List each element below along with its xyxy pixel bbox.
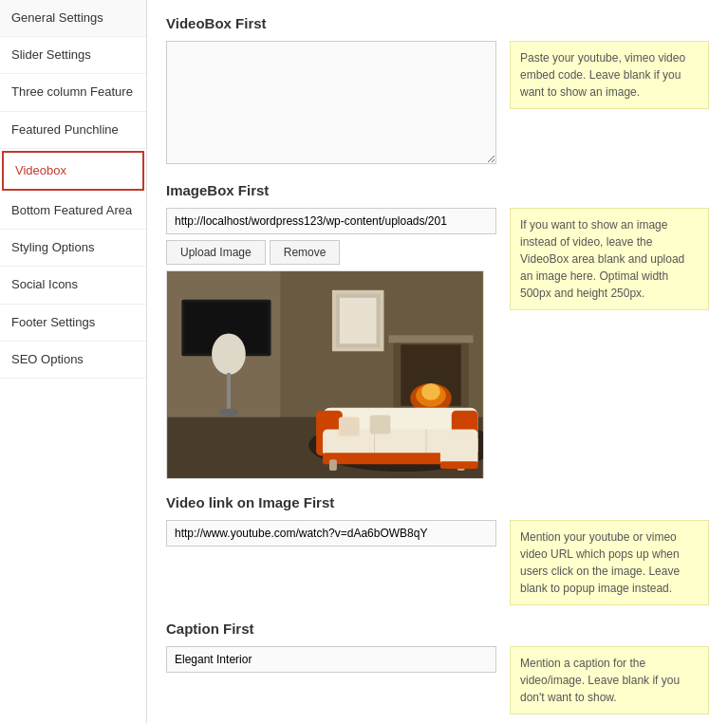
caption-first-row: Mention a caption for the video/image. L… <box>166 646 709 714</box>
sidebar-item-videobox[interactable]: Videobox <box>2 151 144 191</box>
videobox-first-row: Paste your youtube, vimeo video embed co… <box>166 41 709 167</box>
videobox-first-field <box>166 41 496 167</box>
image-preview-inner <box>167 271 483 478</box>
sidebar: General Settings Slider Settings Three c… <box>0 0 147 723</box>
svg-rect-11 <box>388 335 473 343</box>
svg-rect-27 <box>440 436 478 464</box>
sidebar-item-slider-settings[interactable]: Slider Settings <box>0 37 146 74</box>
imagebox-first-row: Upload Image Remove <box>166 208 709 479</box>
sidebar-item-seo-options[interactable]: SEO Options <box>0 342 146 379</box>
video-link-first-row: Mention your youtube or vimeo video URL … <box>166 520 709 605</box>
svg-rect-14 <box>340 298 377 344</box>
sidebar-item-general-settings[interactable]: General Settings <box>0 0 146 37</box>
sidebar-item-three-column-feature[interactable]: Three column Feature <box>0 74 146 111</box>
svg-rect-28 <box>440 461 478 469</box>
main-content: VideoBox First Paste your youtube, vimeo… <box>147 0 728 723</box>
videobox-first-title: VideoBox First <box>166 15 709 31</box>
caption-first-hint: Mention a caption for the video/image. L… <box>510 646 709 714</box>
upload-image-button[interactable]: Upload Image <box>166 240 266 265</box>
sidebar-item-featured-punchline[interactable]: Featured Punchline <box>0 112 146 149</box>
videobox-first-hint: Paste your youtube, vimeo video embed co… <box>510 41 709 109</box>
caption-first-title: Caption First <box>166 621 709 637</box>
sidebar-item-bottom-featured-area[interactable]: Bottom Featured Area <box>0 193 146 230</box>
caption-first-field <box>166 646 496 673</box>
remove-image-button[interactable]: Remove <box>270 240 341 265</box>
svg-point-17 <box>219 409 238 417</box>
imagebox-first-title: ImageBox First <box>166 182 709 198</box>
video-link-first-title: Video link on Image First <box>166 494 709 510</box>
imagebox-first-url-input[interactable] <box>166 208 496 234</box>
svg-rect-30 <box>370 416 391 435</box>
image-preview <box>166 270 484 479</box>
imagebox-btn-group: Upload Image Remove <box>166 240 496 265</box>
caption-first-input[interactable] <box>166 646 496 673</box>
video-link-first-field <box>166 520 496 552</box>
svg-rect-16 <box>227 373 231 411</box>
video-link-first-input[interactable] <box>166 520 496 547</box>
svg-point-15 <box>212 333 246 375</box>
svg-point-10 <box>421 383 440 400</box>
videobox-first-textarea[interactable] <box>166 41 496 164</box>
svg-rect-25 <box>329 459 337 471</box>
room-image-svg <box>167 271 483 478</box>
sidebar-item-footer-settings[interactable]: Footer Settings <box>0 305 146 342</box>
imagebox-first-field: Upload Image Remove <box>166 208 496 479</box>
svg-rect-29 <box>339 417 360 436</box>
sidebar-item-styling-options[interactable]: Styling Options <box>0 230 146 267</box>
imagebox-first-hint: If you want to show an image instead of … <box>510 208 709 310</box>
sidebar-item-social-icons[interactable]: Social Icons <box>0 267 146 304</box>
video-link-first-hint: Mention your youtube or vimeo video URL … <box>510 520 709 605</box>
